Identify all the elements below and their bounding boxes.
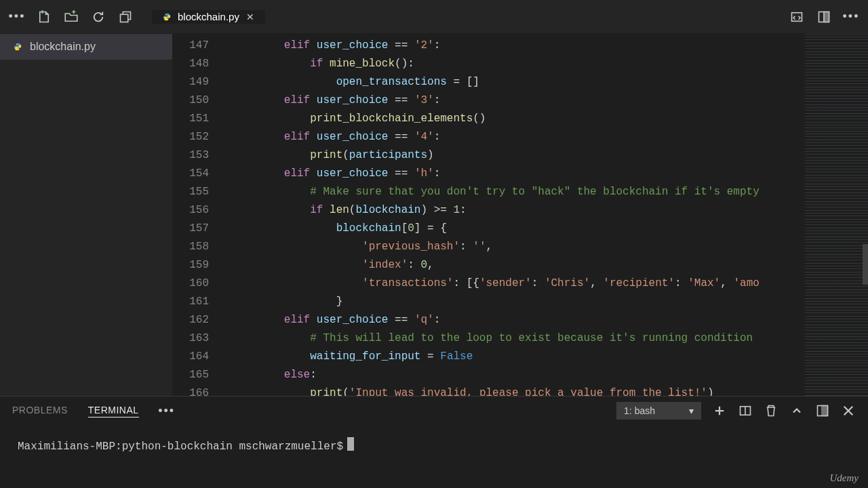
tab-filename: blockchain.py xyxy=(178,11,239,22)
minimap-canvas xyxy=(805,34,868,396)
svg-rect-3 xyxy=(792,12,802,21)
main-row: blockchain.py 14714814915015115215315415… xyxy=(0,34,868,396)
terminal-selector[interactable]: 1: bash ▾ xyxy=(616,402,701,420)
python-file-icon xyxy=(161,12,172,22)
refresh-icon[interactable] xyxy=(91,9,106,24)
terminal-selector-label: 1: bash xyxy=(624,405,655,416)
new-folder-icon[interactable] xyxy=(64,9,79,24)
trash-icon[interactable] xyxy=(764,403,778,418)
terminal-prompt: Maximilians-MBP:python-blockchain mschwa… xyxy=(18,441,343,453)
open-changes-icon[interactable] xyxy=(789,9,804,24)
split-editor-icon[interactable] xyxy=(816,9,831,24)
python-file-icon xyxy=(12,41,23,52)
svg-point-6 xyxy=(16,44,17,45)
explorer-panel: blockchain.py xyxy=(0,34,172,396)
terminal-body[interactable]: Maximilians-MBP:python-blockchain mschwa… xyxy=(0,425,868,488)
tab-problems[interactable]: PROBLEMS xyxy=(12,405,68,417)
svg-point-7 xyxy=(18,49,19,49)
titlebar: ••• blockchain.py ✕ xyxy=(0,0,868,34)
minimap-slider[interactable] xyxy=(863,244,868,285)
titlebar-right: ••• xyxy=(789,9,859,24)
brand-watermark: Udemy xyxy=(830,472,859,484)
panel-tabs-right: 1: bash ▾ xyxy=(616,402,856,420)
fold-column xyxy=(222,34,232,396)
new-file-icon[interactable] xyxy=(37,9,52,24)
line-number-gutter: 1471481491501511521531541551561571581591… xyxy=(172,34,222,396)
svg-point-2 xyxy=(167,19,168,20)
svg-rect-0 xyxy=(121,14,128,22)
panel-tab-row: PROBLEMS TERMINAL ••• 1: bash ▾ xyxy=(0,396,868,425)
explorer-file-name: blockchain.py xyxy=(30,41,96,53)
terminal-cursor xyxy=(347,437,354,451)
explorer-file[interactable]: blockchain.py xyxy=(0,34,172,60)
chevron-down-icon: ▾ xyxy=(689,405,694,416)
maximize-panel-icon[interactable] xyxy=(815,403,830,418)
bottom-panel: PROBLEMS TERMINAL ••• 1: bash ▾ xyxy=(0,396,868,488)
tab-terminal[interactable]: TERMINAL xyxy=(88,405,139,418)
svg-rect-5 xyxy=(824,12,829,22)
more-actions-icon[interactable]: ••• xyxy=(844,9,859,24)
code-content[interactable]: elif user_choice == '2': if mine_block()… xyxy=(232,34,804,396)
chevron-up-icon[interactable] xyxy=(789,403,804,418)
panel-more-icon[interactable]: ••• xyxy=(159,403,174,418)
svg-rect-10 xyxy=(822,406,828,416)
editor[interactable]: 1471481491501511521531541551561571581591… xyxy=(172,34,804,396)
new-terminal-icon[interactable] xyxy=(712,403,727,418)
split-terminal-icon[interactable] xyxy=(738,403,753,418)
collapse-all-icon[interactable] xyxy=(118,9,133,24)
titlebar-left: ••• blockchain.py ✕ xyxy=(9,9,265,24)
more-menu-icon[interactable]: ••• xyxy=(9,9,24,24)
panel-tabs-left: PROBLEMS TERMINAL ••• xyxy=(12,403,174,418)
tab-active[interactable]: blockchain.py ✕ xyxy=(152,10,265,24)
tab-close-icon[interactable]: ✕ xyxy=(245,10,256,24)
minimap[interactable] xyxy=(804,34,868,396)
svg-point-1 xyxy=(165,14,166,14)
tab-strip: blockchain.py ✕ xyxy=(152,10,265,24)
close-panel-icon[interactable] xyxy=(841,403,856,418)
editor-area: 1471481491501511521531541551561571581591… xyxy=(172,34,868,396)
